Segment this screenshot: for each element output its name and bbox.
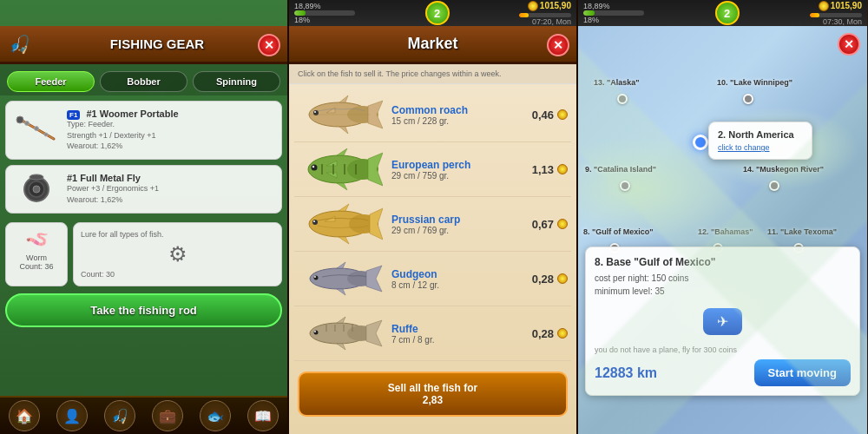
price-coin-2 — [557, 219, 568, 229]
worm-count: Count: 36 — [19, 262, 53, 271]
coin-icon-2 — [528, 1, 538, 11]
gear-image-1 — [13, 114, 60, 147]
fish-item-0[interactable]: Common roach 15 cm / 228 gr. 0,46 — [294, 88, 571, 142]
worm-label: Worm — [26, 253, 47, 262]
location-bahamas[interactable]: 12. "Bahamas" — [698, 227, 753, 236]
svg-marker-36 — [339, 237, 349, 244]
dot-catalina — [620, 181, 630, 191]
fish-name-3[interactable]: Gudgeon — [391, 268, 525, 280]
worm-item[interactable]: 🪱 Worm Count: 36 — [5, 222, 68, 286]
distance-label: 12883 km — [595, 365, 657, 381]
fish-image-4 — [298, 312, 385, 355]
svg-point-27 — [312, 166, 313, 168]
north-america-popup: 2. North America click to change — [708, 122, 812, 160]
level-badge-2: 2 — [425, 1, 450, 25]
fish-info-1: European perch 29 cm / 759 gr. — [391, 159, 525, 181]
map-close-button[interactable]: ✕ — [838, 33, 860, 56]
gear-stats-2: Power +3 / Ergonomics +1 — [67, 183, 274, 194]
svg-marker-43 — [337, 262, 345, 268]
fish-name-4[interactable]: Ruffe — [391, 323, 525, 335]
bait-section: 🪱 Worm Count: 36 Lure for all types of f… — [0, 222, 287, 286]
time-2: 07:20, Mon — [532, 17, 571, 26]
fishing-gear-title: FISHING GEAR — [36, 36, 279, 51]
location-gulf[interactable]: 8. "Gulf of Mexico" — [583, 227, 654, 236]
gear-item-2[interactable]: #1 Full Metal Fly Power +3 / Ergonomics … — [5, 165, 282, 214]
svg-point-8 — [33, 186, 40, 193]
fish-name-2[interactable]: Prussian carp — [391, 214, 525, 226]
nav-fish-button[interactable]: 🐟 — [200, 400, 231, 431]
svg-marker-44 — [337, 289, 345, 295]
svg-point-17 — [314, 111, 316, 113]
fish-size-3: 8 cm / 12 gr. — [391, 280, 525, 290]
tab-bobber[interactable]: Bobber — [100, 71, 187, 92]
fishing-gear-panel: 17,78% 18% 2 1015,90 07:10, Mon 🎣 FISHIN… — [0, 0, 289, 434]
coins-section-2: 1015,90 07:20, Mon — [519, 1, 571, 26]
fish-price-1: 1,13 — [532, 163, 568, 176]
nav-home-button[interactable]: 🏠 — [9, 400, 40, 431]
location-catalina[interactable]: 9. "Catalina Island" — [585, 165, 656, 174]
svg-marker-12 — [368, 101, 383, 128]
fish-size-4: 7 cm / 8 gr. — [391, 335, 525, 345]
location-muskegon[interactable]: 14. "Muskegon River" — [743, 165, 824, 174]
dot-gulf — [609, 243, 620, 253]
level-badge-3: 2 — [715, 1, 740, 25]
fish-name-0[interactable]: Common roach — [391, 104, 525, 116]
gear-info-2: #1 Full Metal Fly Power +3 / Ergonomics … — [67, 173, 274, 205]
gear-image-2 — [13, 173, 60, 206]
fish-item-4[interactable]: Ruffe 7 cm / 8 gr. 0,28 — [294, 306, 571, 361]
dot-alaska — [617, 94, 628, 104]
fish-info-2: Prussian carp 29 cm / 769 gr. — [391, 214, 525, 235]
fish-name-1[interactable]: European perch — [391, 159, 525, 171]
nav-inventory-button[interactable]: 💼 — [152, 400, 183, 431]
market-close-button[interactable]: ✕ — [547, 34, 569, 56]
fish-item-1[interactable]: European perch 29 cm / 759 gr. 1,13 — [294, 142, 571, 197]
svg-point-53 — [314, 331, 316, 332]
svg-point-3 — [25, 122, 30, 126]
take-button-row: Take the fishing rod — [0, 286, 287, 334]
time-3: 07:30, Mon — [823, 17, 862, 26]
take-fishing-rod-button[interactable]: Take the fishing rod — [5, 293, 282, 327]
nav-fishing-button[interactable]: 🎣 — [104, 400, 135, 431]
fish-price-3: 0,28 — [532, 273, 568, 286]
gulf-popup-title: 8. Base "Gulf of Mexico" — [595, 256, 851, 268]
fish-item-3[interactable]: Gudgeon 8 cm / 12 gr. 0,28 — [294, 252, 571, 306]
fish-price-0: 0,46 — [532, 108, 568, 122]
fish-image-2 — [298, 202, 385, 246]
sell-all-button[interactable]: Sell all the fish for 2,83 — [298, 372, 568, 417]
exp-section-3: 18,89% 18% — [583, 2, 644, 24]
nav-profile-button[interactable]: 👤 — [56, 400, 88, 431]
rod-header-icon: 🎣 — [9, 34, 30, 55]
market-panel: 18,89% 18% 2 1015,90 07:20, Mon Market ✕… — [289, 0, 578, 434]
fish-svg-gudgeon — [300, 258, 383, 299]
gear-name-1: F1 #1 Woomer Portable — [67, 108, 274, 119]
worm-icon: 🪱 — [25, 228, 49, 251]
nav-book-button[interactable]: 📖 — [247, 400, 279, 431]
gulf-min-level: minimum level: 35 — [595, 285, 851, 298]
na-popup-change[interactable]: click to change — [718, 143, 803, 152]
location-texoma[interactable]: 11. "Lake Texoma" — [767, 227, 837, 236]
exp-percent-label-3: 18,89% — [583, 2, 644, 10]
svg-point-4 — [35, 127, 39, 131]
coins-display-3: 1015,90 — [819, 1, 862, 11]
price-coin-4 — [557, 328, 568, 339]
tab-spinning[interactable]: Spinning — [193, 71, 280, 92]
svg-point-52 — [313, 331, 318, 335]
plane-button[interactable]: ✈ — [703, 308, 742, 335]
fish-item-2[interactable]: Prussian carp 29 cm / 769 gr. 0,67 — [294, 197, 571, 252]
gulf-cost: cost per night: 150 coins — [595, 272, 851, 285]
start-moving-button[interactable]: Start moving — [754, 359, 851, 386]
gear-type-1: Type: Feeder. — [67, 119, 274, 130]
tab-feeder[interactable]: Feeder — [7, 71, 95, 92]
location-winnipeg[interactable]: 10. "Lake Winnipeg" — [717, 78, 792, 87]
gear-list: F1 #1 Woomer Portable Type: Feeder. Stre… — [0, 95, 287, 219]
bottom-nav-1: 🏠 👤 🎣 💼 🐟 📖 — [0, 396, 287, 434]
status-bar-2: 18,89% 18% 2 1015,90 07:20, Mon — [289, 0, 576, 26]
gear-item-1[interactable]: F1 #1 Woomer Portable Type: Feeder. Stre… — [5, 101, 282, 160]
fish-image-0 — [298, 93, 385, 136]
fishing-gear-close[interactable]: ✕ — [258, 34, 280, 56]
exp-sub-label-2: 18% — [294, 16, 355, 24]
svg-marker-22 — [337, 148, 347, 155]
location-alaska[interactable]: 13. "Alaska" — [594, 78, 640, 87]
price-coin-3 — [557, 273, 568, 284]
lure-item[interactable]: Lure for all types of fish. ⚙ Count: 30 — [73, 222, 282, 286]
